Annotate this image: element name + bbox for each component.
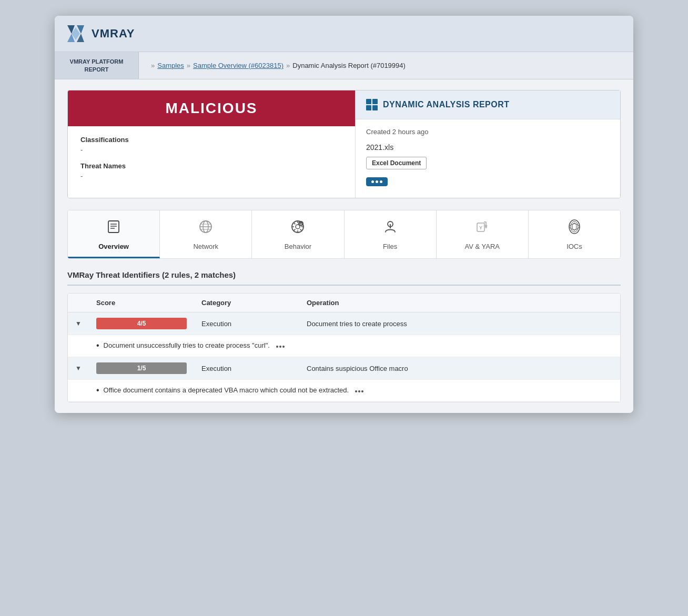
av-yara-icon: Y — [474, 219, 490, 238]
more-details-button-1[interactable] — [276, 346, 285, 348]
category-col-header: Category — [194, 299, 299, 307]
tab-overview[interactable]: Overview — [68, 210, 160, 258]
malicious-banner: MALICIOUS — [68, 90, 355, 126]
header: VMRAY — [55, 16, 633, 52]
bullet-icon-1: • — [96, 341, 99, 350]
tab-files[interactable]: Files — [345, 210, 437, 258]
more-details-button-2[interactable] — [355, 390, 363, 392]
right-header-title: DYNAMIC ANALYSIS REPORT — [383, 100, 510, 109]
svg-line-21 — [300, 229, 302, 231]
right-panel-header: DYNAMIC ANALYSIS REPORT — [356, 90, 620, 119]
score-bar-low: 1/5 — [96, 362, 187, 374]
main-content: MALICIOUS Classifications - Threat Names… — [55, 79, 633, 413]
tabs-bar: Overview Network — [67, 210, 621, 259]
right-panel: DYNAMIC ANALYSIS REPORT Created 2 hours … — [355, 90, 620, 198]
right-info: Created 2 hours ago 2021.xls Excel Docum… — [356, 119, 620, 195]
tab-behavior-label: Behavior — [285, 243, 311, 250]
breadcrumb: » Samples » Sample Overview (#6023815) »… — [139, 52, 415, 79]
table-row-detail: • Document unsuccessfully tries to creat… — [68, 335, 620, 357]
breadcrumb-current: Dynamic Analysis Report (#7019994) — [292, 62, 406, 69]
threat-names-label: Threat Names — [80, 162, 342, 170]
logo-area: VMRAY — [65, 23, 135, 44]
table-row: ▼ 4/5 Execution Document tries to create… — [68, 312, 620, 335]
operation-col-header: Operation — [299, 299, 620, 307]
threat-category-2: Execution — [194, 365, 299, 372]
filename: 2021.xls — [366, 143, 610, 152]
file-type-badge: Excel Document — [366, 157, 427, 169]
tab-overview-label: Overview — [98, 243, 129, 250]
tab-iocs[interactable]: IOCs — [529, 210, 620, 258]
svg-text:Y: Y — [479, 225, 482, 230]
overview-icon — [106, 219, 122, 238]
created-text: Created 2 hours ago — [366, 128, 610, 136]
threats-section-title: VMRay Threat Identifiers (2 rules, 2 mat… — [67, 270, 621, 286]
breadcrumb-sample-overview-link[interactable]: Sample Overview (#6023815) — [193, 62, 284, 69]
threat-detail-text-1: Document unsuccessfully tries to create … — [104, 341, 285, 349]
svg-rect-5 — [108, 221, 119, 233]
threat-detail-text-2: Office document contains a deprecated VB… — [104, 386, 363, 394]
tab-behavior[interactable]: U Behavior — [252, 210, 344, 258]
windows-icon — [366, 99, 378, 110]
report-label: VMRAY PLATFORM REPORT — [55, 52, 139, 79]
behavior-icon: U — [290, 219, 306, 238]
breadcrumb-bar: VMRAY PLATFORM REPORT » Samples » Sample… — [55, 52, 633, 79]
score-col-header: Score — [89, 299, 194, 307]
svg-line-20 — [294, 223, 296, 225]
tab-network-label: Network — [193, 243, 218, 250]
svg-line-23 — [294, 229, 296, 231]
breadcrumb-sep-start: » — [151, 62, 155, 69]
table-row-detail: • Office document contains a deprecated … — [68, 380, 620, 402]
tab-av-yara[interactable]: Y AV & YARA — [437, 210, 529, 258]
row-chevron-2[interactable]: ▼ — [68, 365, 89, 372]
left-info: Classifications - Threat Names - — [68, 126, 355, 198]
threats-section: VMRay Threat Identifiers (2 rules, 2 mat… — [67, 270, 621, 402]
network-icon — [198, 219, 214, 238]
iocs-icon — [566, 219, 582, 238]
malicious-title: MALICIOUS — [165, 100, 257, 116]
bullet-icon-2: • — [96, 386, 99, 395]
left-panel: MALICIOUS Classifications - Threat Names… — [68, 90, 355, 198]
classifications-label: Classifications — [80, 136, 342, 144]
classifications-value: - — [80, 146, 342, 154]
svg-text:U: U — [300, 223, 302, 226]
tab-network[interactable]: Network — [160, 210, 252, 258]
threat-category-1: Execution — [194, 320, 299, 328]
tab-av-yara-label: AV & YARA — [465, 243, 500, 250]
logo-text: VMRAY — [92, 27, 135, 41]
threats-table: Score Category Operation ▼ 4/5 Execution… — [67, 293, 621, 402]
breadcrumb-samples-link[interactable]: Samples — [157, 62, 184, 69]
score-bar-high: 4/5 — [96, 318, 187, 329]
tab-files-label: Files — [383, 243, 397, 250]
more-options-button[interactable] — [366, 177, 388, 186]
threat-operation-2: Contains suspicious Office macro — [299, 365, 620, 372]
threats-table-header: Score Category Operation — [68, 294, 620, 312]
threat-operation-1: Document tries to create process — [299, 320, 620, 328]
vmray-logo-icon — [65, 23, 86, 44]
threat-names-value: - — [80, 172, 342, 180]
table-row: ▼ 1/5 Execution Contains suspicious Offi… — [68, 357, 620, 380]
row-chevron-1[interactable]: ▼ — [68, 320, 89, 327]
top-section: MALICIOUS Classifications - Threat Names… — [67, 90, 621, 198]
files-icon — [382, 219, 398, 238]
main-window: VMRAY VMRAY PLATFORM REPORT » Samples » … — [55, 16, 633, 413]
tab-iocs-label: IOCs — [566, 243, 582, 250]
